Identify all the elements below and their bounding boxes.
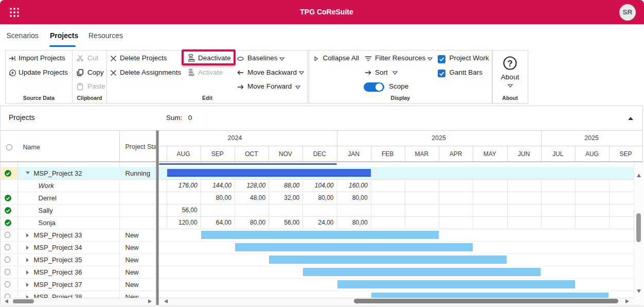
svg-text:?: ? [507, 58, 512, 67]
